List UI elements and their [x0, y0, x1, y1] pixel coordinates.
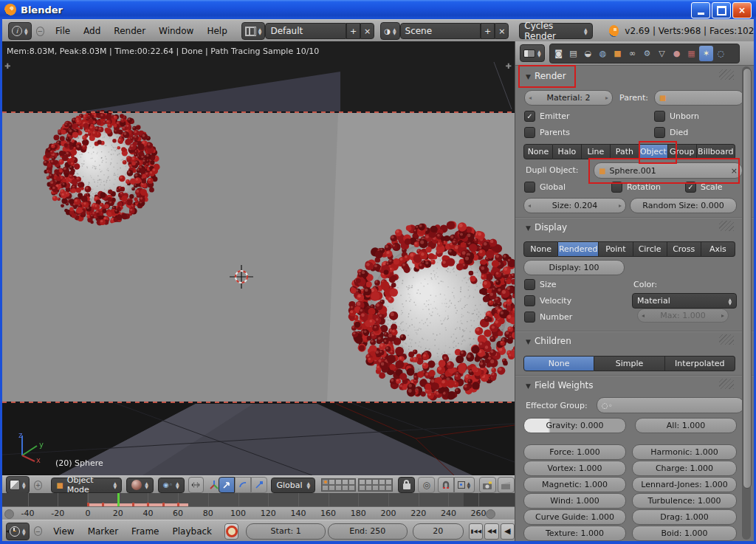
emitter-checkbox[interactable]: ✓	[524, 111, 535, 122]
minimize-button[interactable]	[691, 2, 710, 18]
number-checkbox[interactable]	[524, 311, 535, 323]
weight-drag[interactable]: Drag: 1.000	[632, 509, 737, 525]
tab-world-icon[interactable]: ◍	[596, 46, 610, 61]
weight-wind[interactable]: Wind: 1.000	[523, 493, 626, 509]
collapse-menus-icon[interactable]: +	[34, 481, 43, 490]
weight-all[interactable]: All: 1.000	[635, 418, 737, 433]
weight-turbulence[interactable]: Turbulence: 1.000	[632, 493, 737, 509]
color-dropdown[interactable]: Material ▲▼	[632, 293, 737, 309]
layers-widget-group2[interactable]	[358, 478, 393, 492]
tab-texture-icon[interactable]: ▦	[684, 46, 698, 61]
panel-header-field-weights[interactable]: ▼Field Weights	[526, 380, 594, 390]
scene-selector[interactable]: ◑ ▲▼	[380, 22, 399, 40]
weight-gravity[interactable]: Gravity: 0.000	[523, 418, 626, 433]
scrollbar-end-left[interactable]	[4, 509, 14, 519]
3d-viewport[interactable]: Mem:8.03M, Peak:8.03M | Time:00:22.64 | …	[2, 41, 515, 475]
weight-texture[interactable]: Texture: 1.000	[523, 526, 626, 541]
random-size-field[interactable]: Random Size: 0.000	[630, 198, 737, 213]
display-size-checkbox[interactable]	[524, 279, 535, 290]
velocity-checkbox[interactable]	[524, 295, 535, 306]
weight-boid[interactable]: Boid: 1.000	[632, 526, 737, 541]
size-field[interactable]: ◂Size: 0.204▸	[523, 198, 626, 213]
opengl-render-anim-button[interactable]	[498, 477, 515, 493]
tab-object-data-icon[interactable]: ▽	[655, 46, 669, 61]
timeline-track-area[interactable]	[2, 493, 515, 506]
pivot-point-dropdown[interactable]: ◉◦ ▲▼	[158, 478, 185, 493]
menu-playback[interactable]: Playback	[166, 526, 219, 537]
render-as-line[interactable]: Line	[582, 144, 611, 159]
weight-lennard-jones[interactable]: Lennard-Jones: 1.000	[632, 477, 737, 492]
tab-physics-icon[interactable]: ◌	[714, 46, 728, 61]
opengl-render-button[interactable]	[479, 477, 496, 493]
scrollbar-thumb[interactable]	[743, 68, 752, 489]
transform-orientation-dropdown[interactable]: Global ▲▼	[271, 478, 315, 493]
screen-layout-selector[interactable]: ▲▼	[241, 22, 266, 40]
collapse-menus-icon[interactable]: −	[34, 526, 43, 536]
children-interpolated[interactable]: Interpolated	[665, 356, 735, 371]
display-as-rendered[interactable]: Rendered	[558, 241, 599, 257]
render-as-halo[interactable]: Halo	[553, 144, 582, 159]
frame-end-field[interactable]: ◂End: 250▸	[328, 523, 408, 540]
close-button[interactable]: ×	[732, 2, 752, 18]
previous-keyframe-button[interactable]: ◀◀	[484, 523, 498, 540]
tab-scene-icon[interactable]: ◒	[581, 46, 595, 61]
delete-layout-button[interactable]: ×	[360, 23, 374, 39]
display-as-point[interactable]: Point	[599, 241, 633, 257]
tab-object-icon[interactable]: ■	[611, 46, 625, 61]
add-layout-button[interactable]: +	[346, 23, 360, 39]
display-count-field[interactable]: Display: 100	[523, 260, 625, 275]
render-as-none[interactable]: None	[523, 144, 553, 159]
manipulator-toggle-button[interactable]	[188, 477, 204, 493]
children-none[interactable]: None	[523, 356, 594, 371]
panel-grip[interactable]	[719, 69, 734, 80]
panel-grip[interactable]	[719, 379, 734, 389]
display-as-cross[interactable]: Cross	[667, 241, 701, 257]
global-checkbox[interactable]	[524, 182, 535, 193]
snap-element-dropdown[interactable]: ▲▼	[454, 477, 475, 493]
weight-curve-guide[interactable]: Curve Guide: 1.000	[523, 509, 626, 525]
died-checkbox[interactable]	[654, 127, 665, 138]
layers-widget-group1[interactable]	[321, 478, 356, 492]
panel-grip[interactable]	[719, 334, 734, 345]
tab-render-layers-icon[interactable]: ▤	[566, 46, 580, 61]
menu-marker[interactable]: Marker	[81, 526, 125, 537]
parent-object-field[interactable]: ■	[654, 90, 744, 106]
delete-scene-button[interactable]: ×	[495, 23, 509, 39]
parents-checkbox[interactable]	[524, 127, 535, 138]
lock-to-scene-button[interactable]	[398, 477, 415, 493]
menu-file[interactable]: File	[49, 26, 77, 36]
tab-material-icon[interactable]: ●	[670, 46, 684, 61]
timeline-ruler[interactable]: -40-200204060801001201401601802002202402…	[2, 506, 515, 521]
panel-grip[interactable]	[719, 221, 734, 231]
menu-window[interactable]: Window	[152, 26, 200, 36]
snap-toggle-button[interactable]	[438, 477, 453, 493]
proportional-edit-button[interactable]: ◎	[418, 477, 435, 493]
panel-header-display[interactable]: ▼Display	[526, 222, 567, 233]
display-as-circle[interactable]: Circle	[633, 241, 667, 257]
frame-start-field[interactable]: ◂Start: 1▸	[246, 523, 326, 540]
tab-modifiers-icon[interactable]: ⚙	[640, 46, 654, 61]
editor-type-selector[interactable]: ▲▼	[6, 523, 30, 540]
weight-vortex[interactable]: Vortex: 1.000	[523, 461, 626, 476]
render-as-billboard[interactable]: Billboard	[697, 144, 735, 159]
menu-view[interactable]: View	[47, 526, 80, 537]
render-engine-dropdown[interactable]: Cycles Render ▲▼	[519, 23, 592, 39]
effector-group-field[interactable]: ◌◦	[597, 397, 744, 413]
menu-frame[interactable]: Frame	[125, 526, 165, 537]
region-expand-icon[interactable]: ✚	[4, 62, 10, 70]
weight-harmonic[interactable]: Harmonic: 1.000	[632, 444, 737, 460]
translate-manipulator-button[interactable]	[219, 477, 235, 493]
layout-name-field[interactable]: Default	[265, 23, 346, 39]
menu-add[interactable]: Add	[77, 26, 107, 36]
region-expand-icon[interactable]: ✚	[506, 62, 512, 70]
editor-type-selector[interactable]: ▲▼	[520, 44, 545, 62]
title-bar[interactable]: Blender ×	[0, 0, 756, 19]
maximize-button[interactable]	[712, 2, 731, 18]
viewport-shading-dropdown[interactable]: ▲▼	[126, 478, 154, 493]
menu-render[interactable]: Render	[107, 26, 152, 36]
weight-force[interactable]: Force: 1.000	[523, 444, 626, 460]
render-as-path[interactable]: Path	[611, 144, 639, 159]
auto-keyframe-button[interactable]	[224, 523, 238, 540]
scene-name-field[interactable]: Scene	[400, 23, 481, 39]
weight-charge[interactable]: Charge: 1.000	[632, 461, 737, 476]
